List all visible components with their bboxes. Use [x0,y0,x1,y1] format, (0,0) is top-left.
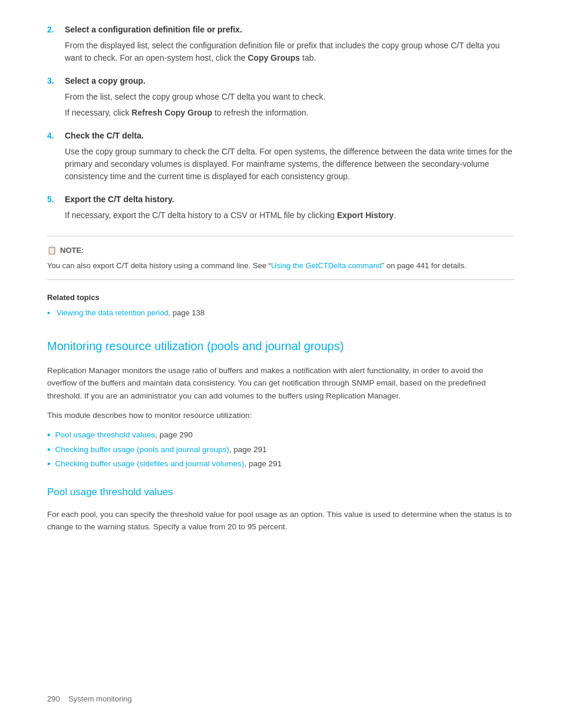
main-section-heading: Monitoring resource utilization (pools a… [47,337,515,355]
step-5-body: If necessary, export the C/T delta histo… [65,209,515,222]
step-4-title: Check the C/T delta. [65,131,144,140]
step-5-title: Export the C/T delta history. [65,195,174,204]
dot-icon-2: • [47,444,51,456]
step-number-2: 2. [47,24,65,64]
related-topic-item: • Viewing the data retention period, pag… [47,307,515,319]
step-2-content: Select a configuration definition file o… [65,24,515,64]
note-header: 📋 NOTE: [47,245,515,256]
step-number-4: 4. [47,130,65,183]
dot-icon-1: • [47,429,51,442]
section-intro2: This module describes how to monitor res… [47,409,515,422]
step-4: 4. Check the C/T delta. Use the copy gro… [47,130,515,183]
step-4-content: Check the C/T delta. Use the copy group … [65,130,515,183]
bullet-icon: • [47,307,53,319]
step-4-body: Use the copy group summary to check the … [65,146,515,183]
step-3: 3. Select a copy group. From the list, s… [47,75,515,119]
bullet-item-1: • Pool usage threshold values, page 290 [47,429,515,442]
subsection-heading: Pool usage threshold values [47,485,515,500]
step-3-title: Select a copy group. [65,76,146,85]
related-topic-link[interactable]: Viewing the data retention period [57,308,168,317]
bullet-item-3: • Checking buffer usage (sidefiles and j… [47,458,515,470]
bullet-item-2: • Checking buffer usage (pools and journ… [47,444,515,456]
note-icon: 📋 [47,245,57,256]
section-bullet-list: • Pool usage threshold values, page 290 … [47,429,515,470]
bullet-link-2[interactable]: Checking buffer usage (pools and journal… [55,445,229,454]
related-topics-label: Related topics [47,292,515,304]
step-3-content: Select a copy group. From the list, sele… [65,75,515,119]
bullet-link-1[interactable]: Pool usage threshold values [55,430,156,439]
subsection-body: For each pool, you can specify the thres… [47,508,515,533]
step-2-title: Select a configuration definition file o… [65,25,242,34]
step-number-5: 5. [47,193,65,222]
step-5: 5. Export the C/T delta history. If nece… [47,193,515,222]
step-2: 2. Select a configuration definition fil… [47,24,515,64]
note-link[interactable]: Using the GetCTDelta command [271,261,382,270]
note-text: You can also export C/T delta history us… [47,260,515,272]
section-intro1: Replication Manager monitors the usage r… [47,364,515,403]
bullet-link-3[interactable]: Checking buffer usage (sidefiles and jou… [55,459,244,468]
step-2-body: From the displayed list, select the conf… [65,39,515,64]
step-3-body2: If necessary, click Refresh Copy Group t… [65,107,515,119]
step-3-body1: From the list, select the copy group who… [65,91,515,103]
page-footer: 290 System monitoring [47,693,132,705]
related-topics-section: Related topics • Viewing the data retent… [47,292,515,319]
note-label: NOTE: [60,245,84,256]
note-box: 📋 NOTE: You can also export C/T delta hi… [47,236,515,280]
step-5-content: Export the C/T delta history. If necessa… [65,193,515,222]
step-number-3: 3. [47,75,65,119]
dot-icon-3: • [47,458,51,470]
